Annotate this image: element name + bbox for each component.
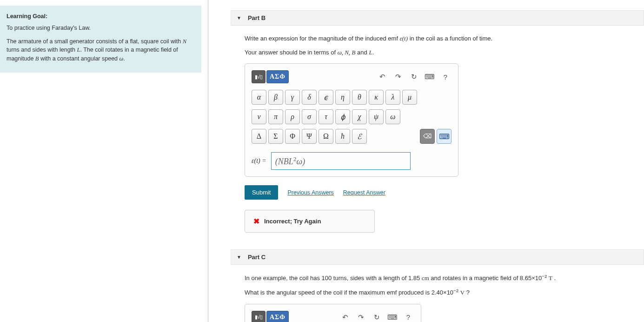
part-c-body: In one example, the coil has 100 turns, … <box>231 265 621 322</box>
answer-panel: ▮√▯ ΑΣΦ ↶ ↷ ↻ ⌨ ? α β γ <box>245 63 458 177</box>
keyboard-icon[interactable]: ⌨ <box>424 72 436 82</box>
part-b-title: Part B <box>248 14 266 21</box>
backspace-button[interactable]: ⌫ <box>420 129 435 144</box>
templates-button[interactable]: ▮√▯ <box>252 311 266 322</box>
feedback-text: Incorrect; Try Again <box>264 218 321 225</box>
part-b-instruction-1: Write an expression for the magnitude of… <box>245 34 621 43</box>
greek-eta[interactable]: η <box>335 90 350 105</box>
chevron-down-icon: ▼ <box>237 15 241 20</box>
var-B: B <box>35 55 39 62</box>
greek-Omega[interactable]: Ω <box>319 129 333 144</box>
reset-icon[interactable]: ↻ <box>408 72 420 82</box>
help-icon[interactable]: ? <box>439 72 451 82</box>
redo-icon[interactable]: ↷ <box>392 72 404 82</box>
answer-panel-c: ▮√▯ ΑΣΦ ↶ ↷ ↻ ⌨ ? <box>245 304 421 322</box>
greek-theta[interactable]: θ <box>352 90 367 105</box>
toolbar-row-c: ▮√▯ ΑΣΦ ↶ ↷ ↻ ⌨ ? <box>252 311 414 322</box>
greek-kappa[interactable]: κ <box>369 90 384 105</box>
greek-row-3: Δ Σ Φ Ψ Ω ħ ℰ ⌫ ⌨ <box>252 129 451 144</box>
answer-input[interactable]: (NBL2ω) <box>271 152 411 170</box>
submit-row: Submit Previous Answers Request Answer <box>245 185 621 200</box>
templates-button[interactable]: ▮√▯ <box>252 70 266 83</box>
greek-letters-button[interactable]: ΑΣΦ <box>266 311 289 322</box>
feedback-box: ✖ Incorrect; Try Again <box>245 210 375 233</box>
greek-Psi[interactable]: Ψ <box>302 129 317 144</box>
greek-pi[interactable]: π <box>268 109 283 124</box>
toolbar-row: ▮√▯ ΑΣΦ ↶ ↷ ↻ ⌨ ? <box>252 70 451 83</box>
previous-answers-link[interactable]: Previous Answers <box>287 189 333 196</box>
greek-row-1: α β γ δ ϵ η θ κ λ μ <box>252 90 451 105</box>
part-c-title: Part C <box>248 254 266 261</box>
greek-delta[interactable]: δ <box>302 90 317 105</box>
greek-psi[interactable]: ψ <box>369 109 384 124</box>
script-E[interactable]: ℰ <box>352 129 367 144</box>
part-c-instruction-2: What is the angular speed of the coil if… <box>245 288 621 297</box>
greek-Sigma[interactable]: Σ <box>268 129 283 144</box>
redo-icon[interactable]: ↷ <box>355 312 367 322</box>
learning-goal-practice: To practice using Faraday's Law. <box>7 24 195 33</box>
undo-icon[interactable]: ↶ <box>376 72 388 82</box>
greek-row-2: ν π ρ σ τ ϕ χ ψ ω <box>252 109 451 124</box>
greek-chi[interactable]: χ <box>352 109 367 124</box>
part-b-body: Write an expression for the magnitude of… <box>231 26 621 233</box>
greek-mu[interactable]: μ <box>402 90 417 105</box>
answer-label: ε(t) = <box>252 157 266 165</box>
collapse-keyboard-button[interactable]: ⌨ <box>437 129 451 144</box>
undo-icon[interactable]: ↶ <box>339 312 351 322</box>
request-answer-link[interactable]: Request Answer <box>343 189 385 196</box>
keyboard-icon[interactable]: ⌨ <box>386 312 398 322</box>
greek-gamma[interactable]: γ <box>285 90 300 105</box>
right-content: ▼ Part B Write an expression for the mag… <box>208 0 644 322</box>
greek-alpha[interactable]: α <box>252 90 266 105</box>
part-c-header[interactable]: ▼ Part C <box>231 249 644 265</box>
greek-lambda[interactable]: λ <box>385 90 400 105</box>
greek-Phi[interactable]: Φ <box>285 129 300 144</box>
reset-icon[interactable]: ↻ <box>371 312 383 322</box>
left-sidebar: Learning Goal: To practice using Faraday… <box>0 0 208 322</box>
learning-goal-description: The armature of a small generator consis… <box>7 37 195 63</box>
greek-beta[interactable]: β <box>268 90 283 105</box>
greek-phi[interactable]: ϕ <box>335 109 350 124</box>
greek-nu[interactable]: ν <box>252 109 266 124</box>
greek-Delta[interactable]: Δ <box>252 129 266 144</box>
greek-tau[interactable]: τ <box>319 109 333 124</box>
learning-goal-title: Learning Goal: <box>7 12 195 21</box>
part-b-instruction-2: Your answer should be in terms of ω, N, … <box>245 48 621 57</box>
greek-sigma[interactable]: σ <box>302 109 317 124</box>
greek-epsilon[interactable]: ϵ <box>319 90 333 105</box>
greek-omega[interactable]: ω <box>385 109 400 124</box>
var-N: N <box>183 38 186 45</box>
answer-line: ε(t) = (NBL2ω) <box>252 152 451 170</box>
hbar[interactable]: ħ <box>335 129 350 144</box>
part-c-instruction-1: In one example, the coil has 100 turns, … <box>245 273 621 283</box>
submit-button[interactable]: Submit <box>245 185 278 200</box>
learning-goal-box: Learning Goal: To practice using Faraday… <box>0 6 201 73</box>
greek-rho[interactable]: ρ <box>285 109 300 124</box>
help-icon[interactable]: ? <box>402 312 414 322</box>
greek-letters-button[interactable]: ΑΣΦ <box>266 70 289 83</box>
part-b-header[interactable]: ▼ Part B <box>231 10 644 26</box>
chevron-down-icon: ▼ <box>237 255 241 260</box>
incorrect-icon: ✖ <box>253 217 259 226</box>
